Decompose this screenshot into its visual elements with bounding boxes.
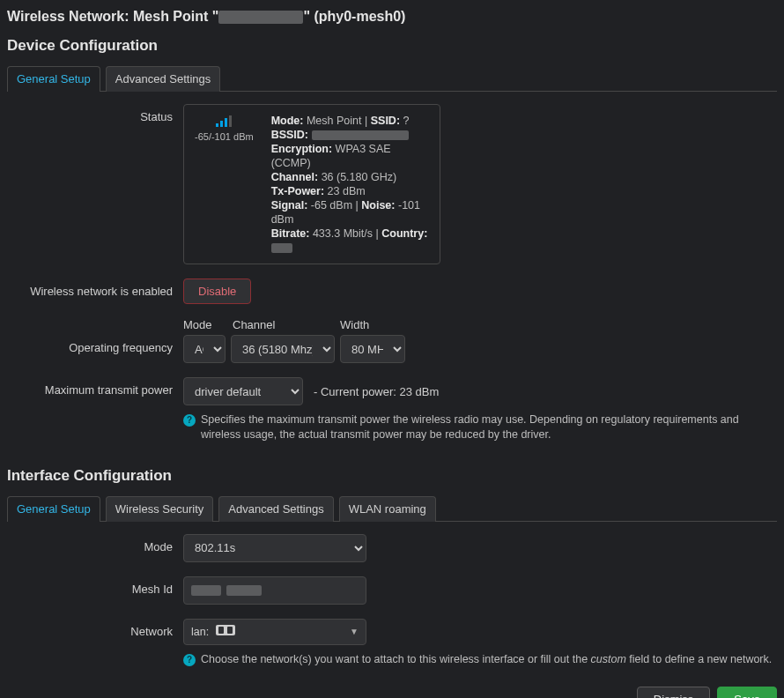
device-config-tabs: General Setup Advanced Settings xyxy=(7,65,777,92)
dismiss-button[interactable]: Dismiss xyxy=(637,687,711,698)
save-button[interactable]: Save xyxy=(717,687,777,698)
tab-iface-general-setup[interactable]: General Setup xyxy=(7,496,100,522)
page-title-prefix: Wireless Network: Mesh Point " xyxy=(7,9,218,24)
network-label: Network xyxy=(7,619,183,638)
disable-button[interactable]: Disable xyxy=(183,278,251,304)
network-select[interactable]: lan: ▼ xyxy=(183,619,366,645)
freq-mode-label: Mode xyxy=(183,318,226,331)
status-label: Status xyxy=(7,104,183,123)
network-help-text: Choose the network(s) you want to attach… xyxy=(201,652,772,667)
txpower-value: 23 dBm xyxy=(328,185,366,197)
signal-label: Signal: xyxy=(271,199,308,212)
ethernet-icon xyxy=(216,625,235,635)
tab-advanced-settings[interactable]: Advanced Settings xyxy=(106,66,220,92)
tx-power-help-text: Specifies the maximum transmit power the… xyxy=(201,412,777,442)
freq-width-select[interactable]: 80 MHz xyxy=(340,335,405,363)
status-box: -65/-101 dBm Mode: Mesh Point | SSID: ? … xyxy=(183,104,440,264)
txpower-label: Tx-Power: xyxy=(271,185,324,197)
channel-label: Channel: xyxy=(271,171,318,183)
freq-channel-label: Channel xyxy=(233,318,333,331)
mesh-id-label: Mesh Id xyxy=(7,576,183,596)
interface-config-tabs: General Setup Wireless Security Advanced… xyxy=(7,495,777,522)
help-icon: ? xyxy=(183,654,196,666)
enabled-label: Wireless network is enabled xyxy=(7,278,183,298)
bitrate-label: Bitrate: xyxy=(271,227,310,240)
redacted-text xyxy=(271,243,292,253)
tab-general-setup[interactable]: General Setup xyxy=(7,66,100,92)
bitrate-value: 433.3 Mbit/s xyxy=(313,227,373,240)
interface-config-heading: Interface Configuration xyxy=(7,467,777,485)
country-label: Country: xyxy=(381,227,427,240)
signal-db-text: -65/-101 dBm xyxy=(195,131,254,142)
signal-value: -65 dBm xyxy=(311,199,352,212)
freq-width-label: Width xyxy=(340,318,402,331)
redacted-text xyxy=(218,11,303,24)
chevron-down-icon: ▼ xyxy=(350,627,359,636)
max-tx-power-label: Maximum transmit power xyxy=(7,377,183,397)
signal-strength-icon xyxy=(216,115,232,127)
network-value: lan: xyxy=(191,626,209,638)
help-icon: ? xyxy=(183,414,196,427)
bssid-label: BSSID: xyxy=(271,129,308,141)
freq-channel-select[interactable]: 36 (5180 Mhz) xyxy=(231,335,335,363)
iface-mode-label: Mode xyxy=(7,534,183,553)
ssid-label: SSID: xyxy=(371,115,400,127)
max-tx-power-select[interactable]: driver default xyxy=(183,377,303,405)
device-config-heading: Device Configuration xyxy=(7,37,777,55)
channel-value: 36 (5.180 GHz) xyxy=(322,171,396,183)
noise-label: Noise: xyxy=(361,199,395,212)
mode-value: Mesh Point xyxy=(307,115,362,127)
page-title-suffix: " (phy0-mesh0) xyxy=(303,9,405,24)
redacted-text xyxy=(312,130,409,140)
tab-wireless-security[interactable]: Wireless Security xyxy=(106,496,213,522)
status-details: Mode: Mesh Point | SSID: ? BSSID: Encryp… xyxy=(271,114,429,255)
ssid-value: ? xyxy=(403,115,410,127)
operating-frequency-label: Operating frequency xyxy=(7,318,183,354)
mesh-id-field[interactable] xyxy=(183,576,366,605)
encryption-label: Encryption: xyxy=(271,143,332,155)
tab-wlan-roaming[interactable]: WLAN roaming xyxy=(339,496,436,522)
current-power-hint: - Current power: 23 dBm xyxy=(314,385,439,398)
freq-mode-select[interactable]: AC xyxy=(183,335,226,363)
page-title: Wireless Network: Mesh Point "" (phy0-me… xyxy=(7,9,777,25)
iface-mode-select[interactable]: 802.11s xyxy=(183,534,366,562)
tab-iface-advanced-settings[interactable]: Advanced Settings xyxy=(218,496,333,522)
mode-label: Mode: xyxy=(271,115,304,127)
